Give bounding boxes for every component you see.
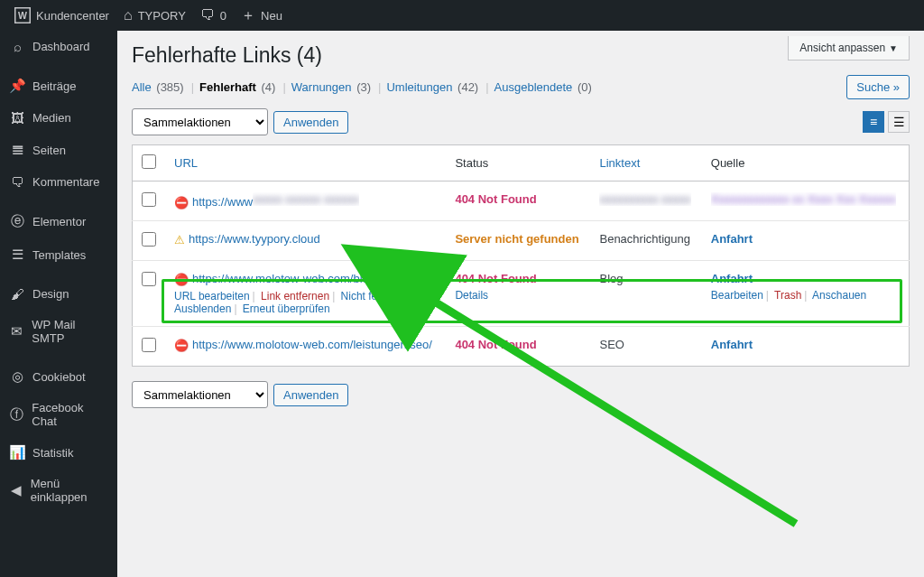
page-title: Fehlerhafte Links (4)	[132, 36, 322, 71]
sidebar-item-wp-mail-smtp[interactable]: ✉WP Mail SMTP	[0, 310, 117, 353]
sidebar-item-facebook-chat[interactable]: ⓕFacebook Chat	[0, 393, 117, 436]
filter-all[interactable]: Alle	[132, 80, 152, 94]
wordpress-icon: W	[14, 7, 31, 23]
action-unlink[interactable]: Link entfernen	[261, 290, 329, 302]
row-checkbox[interactable]	[142, 232, 156, 247]
filter-redirects[interactable]: Umleitungen	[386, 80, 452, 94]
comment-icon: 🗨	[9, 174, 25, 190]
chart-icon: 📊	[9, 444, 25, 461]
action-edit[interactable]: Bearbeiten	[711, 289, 763, 302]
comments-link[interactable]: 🗨 0	[193, 0, 234, 31]
action-recheck[interactable]: Erneut überprüfen	[243, 302, 330, 315]
bulk-actions-select-bottom[interactable]: Sammelaktionen	[132, 381, 268, 408]
source-blur: Xxxxxxxxxxxxx xx Xxxx Xxx Xxxxxx	[711, 192, 896, 206]
pin-icon: 📌	[9, 78, 25, 94]
collapse-icon: ◀	[9, 482, 23, 498]
table-row: ⛔https://wwwxxxxx xxxxxx xxxxxx 404 Not …	[133, 181, 910, 221]
filter-dismissed[interactable]: Ausgeblendete	[494, 80, 573, 94]
link-url[interactable]: https://www	[192, 195, 253, 209]
home-icon: ⌂	[124, 7, 133, 23]
svg-text:W: W	[18, 10, 27, 21]
table-row: ⚠https://www.tyypory.cloud Server nicht …	[133, 221, 910, 261]
sidebar-item-statistik[interactable]: 📊Statistik	[0, 436, 117, 469]
table-row: ⛔https://www.molotow-web.com/block/ URL …	[133, 261, 910, 327]
error-icon: ⛔	[174, 196, 189, 209]
apply-bulk-button-bottom[interactable]: Anwenden	[273, 384, 348, 406]
status-text: 404 Not Found	[455, 192, 536, 206]
view-list-button[interactable]: ≡	[863, 111, 884, 133]
link-url[interactable]: https://www.molotow-web.com/leistungen/s…	[192, 338, 432, 351]
column-status: Status	[446, 145, 590, 181]
media-icon: 🖼	[9, 110, 25, 126]
select-all-checkbox[interactable]	[142, 154, 156, 169]
search-button[interactable]: Suche »	[846, 75, 910, 99]
admin-topbar: W Kundencenter ⌂ TYPORY 🗨 0 ＋ Neu	[0, 0, 924, 31]
filter-bar: Alle (385) | Fehlerhaft (4) | Warnungen …	[132, 71, 910, 108]
comments-count: 0	[220, 9, 226, 23]
source-link[interactable]: Anfahrt	[711, 272, 753, 285]
row-checkbox[interactable]	[142, 272, 156, 286]
sidebar-item-posts[interactable]: 📌Beiträge	[0, 70, 117, 102]
sidebar-item-design[interactable]: 🖌Design	[0, 278, 117, 310]
templates-icon: ☰	[9, 247, 25, 263]
sidebar-item-elementor[interactable]: ⓔElementor	[0, 205, 117, 238]
site-name-link[interactable]: ⌂ TYPORY	[116, 0, 193, 31]
action-details[interactable]: Details	[455, 289, 488, 302]
row-actions-url: URL bearbeiten| Link entfernen| Nicht fe…	[174, 290, 437, 315]
sidebar-item-collapse[interactable]: ◀Menü einklappen	[0, 469, 117, 512]
wp-logo[interactable]: W Kundencenter	[7, 0, 116, 31]
action-edit-url[interactable]: URL bearbeiten	[174, 290, 250, 302]
screen-options-toggle[interactable]: Ansicht anpassen▼	[788, 36, 910, 60]
column-linktext[interactable]: Linktext	[599, 156, 640, 170]
wp-logo-label: Kundencenter	[36, 9, 109, 23]
row-checkbox[interactable]	[142, 338, 156, 352]
admin-sidebar: ⌕Dashboard 📌Beiträge 🖼Medien 𝌆Seiten 🗨Ko…	[0, 31, 117, 577]
action-view[interactable]: Anschauen	[812, 289, 866, 302]
sidebar-item-comments[interactable]: 🗨Kommentare	[0, 166, 117, 198]
view-excerpt-button[interactable]: ☰	[888, 111, 910, 133]
apply-bulk-button[interactable]: Anwenden	[273, 111, 348, 134]
column-url[interactable]: URL	[174, 156, 198, 170]
mail-icon: ✉	[9, 323, 24, 340]
plus-icon: ＋	[241, 6, 255, 25]
source-link[interactable]: Anfahrt	[711, 232, 753, 246]
bulk-actions-select[interactable]: Sammelaktionen	[132, 108, 268, 135]
linktext: SEO	[599, 338, 624, 351]
action-trash[interactable]: Trash	[774, 289, 801, 302]
link-url[interactable]: https://www.molotow-web.com/block/	[192, 272, 383, 285]
comment-icon: 🗨	[200, 7, 215, 23]
brush-icon: 🖌	[9, 286, 25, 302]
sidebar-item-media[interactable]: 🖼Medien	[0, 102, 117, 134]
new-content-label: Neu	[261, 9, 282, 23]
sidebar-item-cookiebot[interactable]: ◎Cookiebot	[0, 360, 117, 393]
error-icon: ⛔	[174, 339, 189, 352]
sidebar-item-dashboard[interactable]: ⌕Dashboard	[0, 31, 117, 62]
new-content-link[interactable]: ＋ Neu	[234, 0, 290, 31]
main-content: Fehlerhafte Links (4) Ansicht anpassen▼ …	[117, 31, 924, 577]
dashboard-icon: ⌕	[9, 39, 25, 54]
facebook-icon: ⓕ	[9, 406, 24, 423]
table-row: ⛔https://www.molotow-web.com/leistungen/…	[133, 327, 910, 367]
source-link[interactable]: Anfahrt	[711, 338, 753, 351]
warning-icon: ⚠	[174, 233, 185, 247]
status-text: 404 Not Found	[455, 272, 536, 285]
site-name-text: TYPORY	[138, 9, 186, 23]
broken-links-table: URL Status Linktext Quelle ⛔https://wwwx…	[132, 144, 910, 367]
error-icon: ⛔	[174, 273, 189, 286]
elementor-icon: ⓔ	[9, 213, 25, 230]
status-text: 404 Not Found	[455, 338, 536, 351]
status-text: Server nicht gefunden	[455, 232, 578, 246]
caret-down-icon: ▼	[889, 43, 898, 53]
link-url[interactable]: https://www.tyypory.cloud	[189, 232, 320, 246]
action-not-broken[interactable]: Nicht fehlerhaft	[341, 290, 414, 302]
linktext: Blog	[599, 272, 623, 285]
sidebar-item-templates[interactable]: ☰Templates	[0, 238, 117, 271]
filter-warnings[interactable]: Warnungen	[291, 80, 352, 94]
page-icon: 𝌆	[9, 142, 25, 158]
column-source: Quelle	[702, 145, 910, 181]
filter-broken[interactable]: Fehlerhaft	[199, 80, 256, 94]
row-checkbox[interactable]	[142, 192, 156, 207]
view-switcher: ≡ ☰	[863, 111, 910, 133]
action-dismiss[interactable]: Ausblenden	[174, 302, 231, 315]
sidebar-item-pages[interactable]: 𝌆Seiten	[0, 134, 117, 166]
